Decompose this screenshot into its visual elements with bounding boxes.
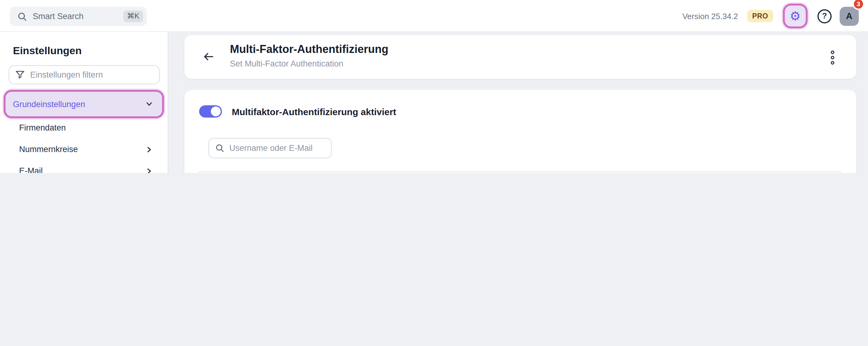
avatar-initial: A [846,11,852,21]
mfa-toggle-row: Multifaktor-Authentifizierung aktiviert [199,105,396,117]
help-button[interactable]: ? [817,9,832,23]
smart-search-placeholder: Smart Search [33,12,84,21]
search-icon [215,143,224,153]
chevron-right-icon [146,167,153,173]
mfa-toggle-label: Multifaktor-Authentifizierung aktiviert [232,106,396,117]
help-icon: ? [822,11,827,20]
kebab-menu-button[interactable] [830,50,835,65]
smart-search[interactable]: Smart Search ⌘K [10,7,147,26]
sidebar-item-label: Firmendaten [19,123,66,132]
page-subtitle: Set Multi-Factor Authentication [230,59,389,68]
sidebar-item-label: E-Mail [19,166,43,173]
topbar: Smart Search ⌘K Version 25.34.2 PRO ⚙ ? … [0,0,868,32]
settings-filter-input[interactable] [30,70,153,79]
chevron-down-icon [146,100,153,108]
version-label: Version 25.34.2 [682,11,738,21]
sidebar: Einstellungen GrundeinstellungenFirmenda… [0,32,168,173]
page-title: Multi-Faktor-Authentifizierung [230,43,389,56]
topbar-right: Version 25.34.2 PRO ⚙ ? A 3 [682,0,859,32]
page-header-card: Multi-Faktor-Authentifizierung Set Multi… [184,35,856,79]
sidebar-item-label: Nummernkreise [19,145,78,154]
app-window: Smart Search ⌘K Version 25.34.2 PRO ⚙ ? … [0,0,868,173]
mfa-card: Multifaktor-Authentifizierung aktiviert … [184,90,856,173]
pro-badge: PRO [747,10,773,22]
filter-funnel-icon [16,70,25,79]
notification-badge: 3 [852,0,864,9]
sidebar-item-label: Grundeinstellungen [13,99,85,109]
sidebar-nav: GrundeinstellungenFirmendatenNummernkrei… [5,91,162,173]
table-header-row: BenutzerE-MailMultifaktorAktionen [198,171,841,173]
user-search-input[interactable] [229,143,325,153]
gear-icon: ⚙ [790,10,801,22]
toggle-knob [211,106,221,116]
user-search [208,138,332,158]
chevron-right-icon [146,146,153,153]
mfa-master-toggle[interactable] [199,105,222,117]
avatar[interactable]: A 3 [840,6,859,26]
users-table: BenutzerE-MailMultifaktorAktionen Mitarb… [198,171,841,173]
sidebar-title: Einstellungen [13,45,168,57]
search-icon [17,11,27,21]
sidebar-item-firmendaten[interactable]: Firmendaten [5,117,162,139]
keyboard-shortcut-badge: ⌘K [123,10,143,22]
page-header-text: Multi-Faktor-Authentifizierung Set Multi… [230,43,389,68]
sidebar-item-email[interactable]: E-Mail [5,160,162,173]
back-button[interactable] [203,52,214,62]
settings-filter [9,65,160,84]
settings-gear-button[interactable]: ⚙ [785,5,806,27]
sidebar-item-grundeinstellungen[interactable]: Grundeinstellungen [5,92,162,116]
sidebar-item-nummernkreise[interactable]: Nummernkreise [5,139,162,160]
